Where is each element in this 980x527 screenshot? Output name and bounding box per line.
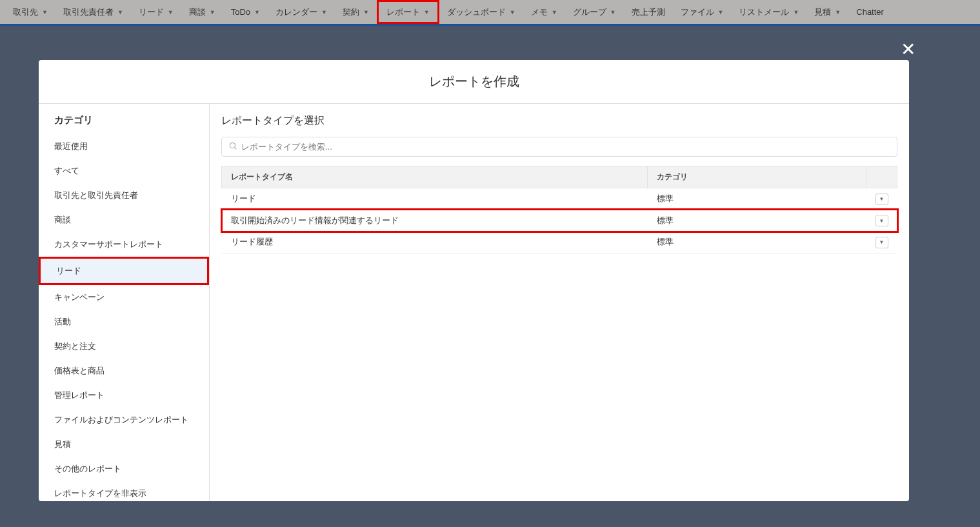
sidebar-item[interactable]: レポートタイプを非表示	[39, 481, 209, 501]
sidebar-item[interactable]: 価格表と商品	[39, 359, 209, 383]
col-header-name[interactable]: レポートタイプ名	[222, 166, 648, 188]
cell-category: 標準	[648, 188, 866, 210]
close-icon: ✕	[901, 39, 915, 59]
chevron-down-icon: ▼	[424, 9, 430, 15]
sidebar-item-label: レポートタイプを非表示	[54, 488, 146, 498]
topnav-label: メモ	[531, 6, 548, 18]
category-sidebar: カテゴリ 最近使用すべて取引先と取引先責任者商談カスタマーサポートレポートリード…	[39, 104, 210, 501]
sidebar-item-label: 商談	[54, 215, 71, 224]
topnav-item[interactable]: 売上予測	[624, 0, 673, 24]
topnav-label: カレンダー	[275, 6, 317, 18]
chevron-down-icon: ▼	[210, 9, 215, 15]
topnav-item[interactable]: グループ▼	[565, 0, 624, 24]
chevron-down-icon: ▼	[879, 239, 885, 245]
sidebar-item-label: 見積	[54, 439, 71, 449]
topnav-label: ToDo	[231, 7, 250, 17]
sidebar-item[interactable]: 管理レポート	[39, 383, 209, 408]
topnav-label: ダッシュボード	[447, 6, 506, 18]
sidebar-item[interactable]: 取引先と取引先責任者	[39, 183, 209, 208]
topnav-item[interactable]: ダッシュボード▼	[439, 0, 523, 24]
sidebar-item-label: 管理レポート	[54, 390, 105, 400]
topnav-label: 取引先	[13, 6, 38, 18]
topnav-label: リード	[139, 6, 164, 18]
sidebar-item[interactable]: 活動	[39, 310, 209, 334]
sidebar-item[interactable]: 見積	[39, 432, 209, 457]
topnav-item[interactable]: ファイル▼	[673, 0, 732, 24]
sidebar-item[interactable]: 最近使用	[39, 134, 209, 159]
chevron-down-icon: ▼	[879, 218, 885, 224]
sidebar-item[interactable]: 商談	[39, 208, 209, 232]
sidebar-item[interactable]: その他のレポート	[39, 457, 209, 481]
sidebar-item-label: 活動	[54, 317, 71, 326]
sidebar-item-label: リード	[56, 266, 81, 275]
cell-action: ▼	[866, 188, 897, 210]
topnav-label: 見積	[814, 6, 831, 18]
chevron-down-icon: ▼	[610, 9, 616, 15]
topnav-item[interactable]: 見積▼	[806, 0, 848, 24]
search-icon	[228, 141, 237, 152]
topnav-label: Chatter	[856, 7, 884, 17]
chevron-down-icon: ▼	[879, 196, 885, 202]
cell-name: 取引開始済みのリード情報が関連するリード	[222, 210, 648, 232]
sidebar-item[interactable]: すべて	[39, 159, 209, 183]
chevron-down-icon: ▼	[363, 9, 369, 15]
topnav-label: リストメール	[739, 6, 789, 18]
table-row[interactable]: 取引開始済みのリード情報が関連するリード標準▼	[222, 210, 897, 232]
sidebar-item-label: 取引先と取引先責任者	[54, 190, 138, 200]
search-input[interactable]	[241, 142, 890, 152]
report-type-table: レポートタイプ名 カテゴリ リード標準▼取引開始済みのリード情報が関連するリード…	[221, 166, 897, 254]
sidebar-item-label: 最近使用	[54, 141, 88, 151]
sidebar-item[interactable]: キャンペーン	[39, 285, 209, 310]
col-header-category[interactable]: カテゴリ	[648, 166, 866, 188]
cell-category: 標準	[648, 210, 866, 232]
topnav-item[interactable]: 契約▼	[335, 0, 377, 24]
topnav-item[interactable]: カレンダー▼	[268, 0, 335, 24]
sidebar-item[interactable]: 契約と注文	[39, 334, 209, 359]
topnav-item[interactable]: Chatter	[848, 0, 892, 24]
table-row[interactable]: リード標準▼	[222, 188, 897, 210]
main-title: レポートタイプを選択	[221, 114, 897, 128]
table-row[interactable]: リード履歴標準▼	[222, 232, 897, 254]
sidebar-item-label: キャンペーン	[54, 292, 105, 302]
sidebar-item-label: 価格表と商品	[54, 366, 105, 375]
main-panel: レポートタイプを選択 レポートタイプ名 カテゴリ リード標準▼取引開始済みのリー…	[210, 104, 909, 501]
topnav-item[interactable]: メモ▼	[523, 0, 565, 24]
topnav-label: 取引先責任者	[63, 6, 114, 18]
cell-category: 標準	[648, 232, 866, 254]
topnav-item[interactable]: 取引先▼	[5, 0, 55, 24]
topnav-item[interactable]: リストメール▼	[731, 0, 806, 24]
svg-line-1	[235, 148, 237, 150]
chevron-down-icon: ▼	[117, 9, 123, 15]
chevron-down-icon: ▼	[168, 9, 174, 15]
chevron-down-icon: ▼	[321, 9, 327, 15]
cell-name: リード	[222, 188, 648, 210]
topnav-label: 商談	[189, 6, 206, 18]
search-box[interactable]	[221, 137, 897, 157]
sidebar-item[interactable]: リード	[39, 257, 209, 285]
modal-title: レポートを作成	[39, 60, 909, 103]
top-navigation: 取引先▼取引先責任者▼リード▼商談▼ToDo▼カレンダー▼契約▼レポート▼ダッシ…	[0, 0, 980, 26]
modal-body: カテゴリ 最近使用すべて取引先と取引先責任者商談カスタマーサポートレポートリード…	[39, 103, 909, 501]
sidebar-item[interactable]: カスタマーサポートレポート	[39, 232, 209, 257]
topnav-item[interactable]: リード▼	[131, 0, 181, 24]
topnav-label: グループ	[573, 6, 606, 18]
chevron-down-icon: ▼	[718, 9, 724, 15]
row-action-button[interactable]: ▼	[875, 215, 888, 226]
row-action-button[interactable]: ▼	[875, 237, 888, 248]
sidebar-title: カテゴリ	[39, 114, 209, 134]
row-action-button[interactable]: ▼	[875, 194, 888, 205]
topnav-item[interactable]: 取引先責任者▼	[55, 0, 131, 24]
cell-action: ▼	[866, 210, 897, 232]
topnav-item[interactable]: 商談▼	[181, 0, 223, 24]
topnav-item[interactable]: レポート▼	[377, 0, 439, 24]
cell-action: ▼	[866, 232, 897, 254]
sidebar-item-label: 契約と注文	[54, 341, 96, 351]
topnav-label: ファイル	[681, 6, 714, 18]
chevron-down-icon: ▼	[510, 9, 515, 15]
close-button[interactable]: ✕	[901, 39, 915, 60]
col-header-action	[866, 166, 897, 188]
create-report-modal: レポートを作成 カテゴリ 最近使用すべて取引先と取引先責任者商談カスタマーサポー…	[39, 60, 909, 501]
sidebar-item[interactable]: ファイルおよびコンテンツレポート	[39, 408, 209, 432]
chevron-down-icon: ▼	[254, 9, 260, 15]
topnav-item[interactable]: ToDo▼	[223, 0, 268, 24]
